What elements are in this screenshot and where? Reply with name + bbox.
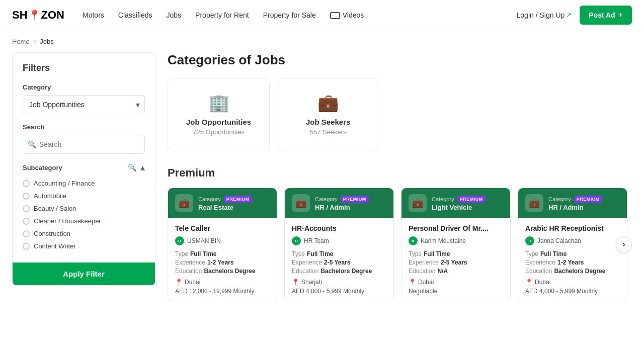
subcategory-text-content-writer: Content Writer — [34, 242, 76, 250]
logo[interactable]: SH📍ZON — [12, 9, 64, 22]
subcategory-item-construction[interactable]: Construction — [23, 227, 141, 240]
post-ad-button[interactable]: Post Ad + — [580, 6, 632, 25]
breadcrumb-home[interactable]: Home — [12, 38, 30, 45]
premium-cards-row: 💼 Category PREMIUM Real Estate Tele Call… — [168, 188, 632, 301]
premium-location: 📍 Dubai — [175, 279, 270, 286]
apply-filter-button[interactable]: Apply Filter — [13, 262, 155, 285]
premium-card-icon: 💼 — [292, 194, 310, 212]
premium-category-name: Light Vehicle — [432, 204, 503, 211]
premium-location-text: Sharjah — [301, 279, 322, 286]
premium-job-title: Tele Caller — [175, 224, 270, 232]
subcategory-text-beauty: Beauty / Salon — [34, 205, 76, 212]
premium-cards-wrapper: 💼 Category PREMIUM Real Estate Tele Call… — [168, 188, 632, 301]
subcategory-filter: Subcategory 🔍 ▴ Accounting / Finance Aut… — [23, 163, 145, 252]
premium-badge: PREMIUM — [574, 196, 602, 203]
premium-category-label: Category — [315, 196, 338, 202]
premium-job-title: Personal Driver Of Mr.... — [409, 224, 503, 232]
premium-user: U USMAN BIN — [175, 236, 270, 245]
premium-exp-key: Experience — [409, 259, 439, 266]
premium-title: Premium — [168, 166, 632, 180]
premium-card-card-2[interactable]: 💼 Category PREMIUM HR / Admin HR-Account… — [284, 188, 394, 301]
premium-user-avatar: J — [525, 236, 534, 245]
premium-card-body: Personal Driver Of Mr.... K Karim Mousta… — [401, 218, 510, 301]
category-cards-row: 🏢 Job Opportunities 725 Opportunities 💼 … — [168, 78, 632, 150]
subcategory-item-content-writer[interactable]: Content Writer — [23, 240, 141, 252]
premium-card-body: Arabic HR Receptionist J Janna Calachan … — [518, 218, 627, 301]
nav-classifieds[interactable]: Classifieds — [118, 11, 152, 19]
nav-property-sale[interactable]: Property for Sale — [263, 11, 316, 19]
nav-property-rent[interactable]: Property for Rent — [195, 11, 249, 19]
premium-user-name: USMAN BIN — [187, 237, 221, 244]
premium-exp-key: Experience — [525, 259, 555, 266]
subcategory-item-automobile[interactable]: Automobile — [23, 190, 141, 202]
premium-user-name: Karim Moustaine — [421, 237, 466, 244]
slider-next-button[interactable]: › — [616, 236, 632, 252]
subcategory-item-cleaner[interactable]: Cleaner / Housekeeper — [23, 215, 141, 227]
premium-price: Negotiable — [409, 288, 503, 295]
subcategory-radio-automobile — [23, 193, 30, 200]
premium-type-row: Type Full Time — [292, 250, 386, 257]
subcategory-text-cleaner: Cleaner / Housekeeper — [34, 217, 101, 225]
category-select[interactable]: Job Opportunities — [23, 95, 145, 114]
premium-edu-key: Education — [525, 268, 552, 275]
plus-icon: + — [618, 11, 623, 20]
main-nav: Motors Classifieds Jobs Property for Ren… — [83, 11, 517, 19]
premium-exp-row: Experience 1-2 Years — [525, 259, 620, 266]
premium-edu-val: Bachelors Degree — [320, 268, 372, 275]
premium-edu-row: Education Bachelors Degree — [525, 268, 620, 275]
premium-user: K Karim Moustaine — [409, 236, 503, 245]
subcategory-label: Subcategory — [23, 164, 62, 171]
premium-card-header-info: Category PREMIUM Real Estate — [198, 196, 270, 211]
premium-card-card-4[interactable]: 💼 Category PREMIUM HR / Admin Arabic HR … — [518, 188, 627, 301]
login-arrow-icon: ↗ — [566, 11, 572, 19]
category-card-job-opportunities[interactable]: 🏢 Job Opportunities 725 Opportunities — [168, 78, 270, 150]
premium-card-card-1[interactable]: 💼 Category PREMIUM Real Estate Tele Call… — [168, 188, 277, 301]
premium-category-name: Real Estate — [198, 204, 270, 211]
subcategory-collapse-icon[interactable]: ▴ — [140, 163, 145, 172]
premium-card-card-3[interactable]: 💼 Category PREMIUM Light Vehicle Persona… — [401, 188, 511, 301]
premium-user: H HR Team — [292, 236, 386, 245]
premium-user-avatar: U — [175, 236, 184, 245]
premium-card-header-info: Category PREMIUM HR / Admin — [315, 196, 386, 211]
premium-exp-val: 1-2 Years — [207, 259, 234, 266]
nav-jobs[interactable]: Jobs — [167, 11, 182, 19]
subcategory-item-accounting[interactable]: Accounting / Finance — [23, 177, 141, 190]
premium-exp-key: Experience — [292, 259, 322, 266]
premium-exp-val: 1-2 Years — [557, 259, 584, 266]
search-input[interactable] — [23, 135, 145, 154]
job-opportunities-name: Job Opportunities — [186, 118, 251, 126]
premium-location-text: Dubai — [418, 279, 434, 286]
premium-badge: PREMIUM — [224, 196, 252, 203]
premium-exp-row: Experience 1-2 Years — [175, 259, 270, 266]
premium-job-title: HR-Accounts — [292, 224, 386, 232]
premium-card-icon: 💼 — [409, 194, 427, 212]
premium-category-label: Category — [548, 196, 571, 202]
job-seekers-count: 557 Seekers — [310, 128, 347, 136]
subcategory-item-beauty[interactable]: Beauty / Salon — [23, 202, 141, 215]
premium-edu-val: Bachelors Degree — [554, 268, 605, 275]
premium-type-key: Type — [175, 250, 188, 257]
premium-card-header-info: Category PREMIUM Light Vehicle — [432, 196, 503, 211]
nav-videos[interactable]: Videos — [330, 11, 364, 19]
category-filter: Category Job Opportunities ▾ — [23, 83, 145, 114]
subcategory-text-automobile: Automobile — [34, 192, 66, 200]
subcategory-radio-accounting — [23, 180, 30, 187]
premium-category-label: Category — [432, 196, 454, 202]
nav-motors[interactable]: Motors — [83, 11, 104, 19]
job-opportunities-count: 725 Opportunities — [193, 128, 245, 136]
premium-card-body: Tele Caller U USMAN BIN Type Full Time E… — [168, 218, 277, 301]
subcategory-text-construction: Construction — [34, 230, 70, 237]
premium-location: 📍 Sharjah — [292, 279, 386, 286]
main-layout: Filters Category Job Opportunities ▾ Sea… — [0, 52, 644, 301]
premium-price: AED 12,000 - 19,999 Monthly — [175, 288, 270, 295]
job-seekers-name: Job Seekers — [306, 118, 350, 126]
premium-job-title: Arabic HR Receptionist — [525, 224, 620, 232]
category-card-job-seekers[interactable]: 💼 Job Seekers 557 Seekers — [278, 78, 378, 150]
premium-location-text: Dubai — [535, 279, 550, 286]
premium-exp-val: 2-5 Years — [324, 259, 351, 266]
premium-location: 📍 Dubai — [525, 279, 620, 286]
subcategory-radio-cleaner — [23, 218, 30, 225]
subcategory-search-icon[interactable]: 🔍 — [128, 163, 136, 171]
login-link[interactable]: Login / Sign Up ↗ — [517, 11, 572, 19]
location-pin-icon: 📍 — [525, 279, 533, 286]
